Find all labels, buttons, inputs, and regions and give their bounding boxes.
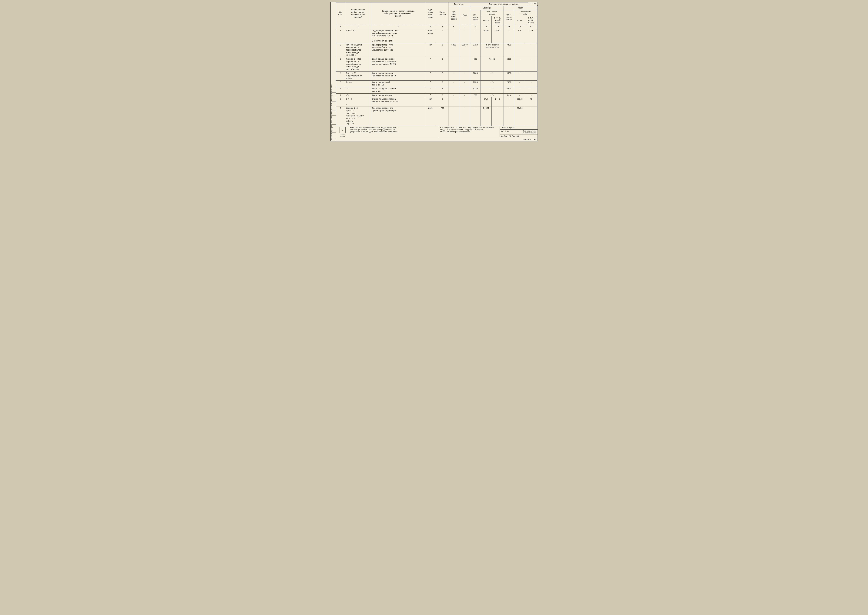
row5-s3: I950: [504, 81, 514, 87]
footer-city: Москва: [340, 135, 345, 137]
row6-ref: -"-: [345, 87, 371, 94]
table-row: 5 То же Шкаф секционныйтипа ШН-10 " I - …: [336, 81, 537, 87]
row3-s12: То же: [481, 57, 504, 72]
header-oborud-unit: Обо-рудо-вания: [470, 10, 481, 25]
row1-s1: 364x2: [481, 29, 492, 43]
row2-w2: I0640: [459, 43, 470, 57]
col-num-3: 3: [371, 25, 425, 29]
row2-s4: -: [514, 43, 525, 57]
header-montazh-unit: Монтажныхработ: [481, 10, 504, 16]
row7-w3: I20: [470, 94, 481, 97]
row7-w2: -: [459, 94, 470, 97]
row7-s5: -: [525, 94, 537, 97]
footer-left-text: Комплектные трансформаторные подстанции …: [349, 126, 439, 138]
row5-s5: -: [525, 81, 537, 87]
row8-s2: 24,5: [492, 97, 504, 106]
row6-qty: 4: [436, 87, 448, 94]
row5-w2: -: [459, 81, 470, 87]
table-row: 3 Письмо № 6938Чирчикскоготрансформатор-…: [336, 57, 537, 72]
row1-qty: I: [436, 29, 448, 43]
page-corner: Ст. 39: [528, 2, 537, 5]
table-row: 2 Ном-ра изделийЧирчикскоготрансформатор…: [336, 43, 537, 57]
footer-changes: без изменений с изменениями: [522, 130, 537, 134]
row1-num: I: [336, 29, 345, 43]
row3-unit: ": [425, 57, 436, 72]
col-num-10: I0: [492, 25, 504, 29]
row5-num: 5: [336, 81, 345, 87]
header-col-qty: Коли-чество: [436, 2, 448, 25]
row9-ref: Ценник № 8прил. 3стр. 3I0Указания к ЕРЕР…: [345, 106, 371, 126]
row3-s4: -: [514, 57, 525, 72]
col-num-11: II: [504, 25, 514, 29]
row1-s2: I87x2: [492, 29, 504, 43]
row4-desc: Шкаф ввода низкогонапряжения типа ШН-8: [371, 72, 425, 81]
row5-ref: То же: [345, 81, 371, 87]
row7-desc: Шкаф сигнализации: [371, 94, 425, 97]
table-row: 6 -"- Шкаф отходящих линийтипа ШН-2 " 4 …: [336, 87, 537, 94]
row9-w3: -: [470, 106, 481, 126]
row1-w1: -: [448, 29, 459, 43]
row8-num: 8: [336, 97, 345, 106]
row6-num: 6: [336, 87, 345, 94]
header-montazh-total-zarpl: в т.ч.зараб.плата: [525, 16, 537, 25]
row2-num: 2: [336, 43, 345, 57]
row2-ref: Ном-ра изделийЧирчикскоготрансформатор-н…: [345, 43, 371, 57]
header-weight-total: Общий: [459, 6, 470, 25]
header-oborud-total: 'Обо-рудо-вания: [504, 10, 514, 25]
row5-qty: I: [436, 81, 448, 87]
row3-s3: I390: [504, 57, 514, 72]
row3-w3: 695: [470, 57, 481, 72]
row4-s5: -: [525, 72, 537, 81]
row4-w3: 2230: [470, 72, 481, 81]
stamp-rukovodil: Руководил: [331, 93, 336, 102]
row8-s5: 49: [525, 97, 537, 106]
row3-qty: 2: [436, 57, 448, 72]
table-row: 7 -"- Шкаф сигнализации " 2 - - I20 -"- …: [336, 94, 537, 97]
row6-s12: -"-: [481, 87, 504, 94]
row5-unit: ": [425, 81, 436, 87]
row1-s5: 374: [525, 29, 537, 43]
left-stamp-column: Начальник Руководил Юбан ФиД. Дата Начис…: [331, 2, 336, 141]
row3-s5: -: [525, 57, 537, 72]
row1-unit: комп-лект: [425, 29, 436, 43]
row5-s12: -"-: [481, 81, 504, 87]
row4-ref: Доп. № IIк прейскурантуI5-03: [345, 72, 371, 81]
row5-s4: -: [514, 81, 525, 87]
row9-desc: Электроэнергия длясушки трансформатора: [371, 106, 425, 126]
col-num-8: 8: [470, 25, 481, 29]
header-montazh-unit-zarpl: в т.ч.зараб.плата: [492, 16, 504, 25]
col-num-4: 4: [425, 25, 436, 29]
row8-s4: I09,8: [514, 97, 525, 106]
logo-box: ⬡: [340, 127, 346, 133]
footer-album: Альбом I9 Лист38: [500, 134, 537, 138]
row9-s3: -: [504, 106, 514, 126]
header-montazh-total-vsego: всего: [514, 16, 525, 25]
header-cost-main: Сметная стоимость в рублях: [470, 2, 537, 6]
row2-s5: -: [525, 43, 537, 57]
row6-unit: ": [425, 87, 436, 94]
row2-w3: 3710: [470, 43, 481, 57]
footer-right: Типовой проект 407-3-I3 без изменений с …: [500, 126, 537, 138]
row8-ref: 8-743·: [345, 97, 371, 106]
row3-w2: -: [459, 57, 470, 72]
row8-desc: Сушка трансформаторавесом с маслом до 6 …: [371, 97, 425, 106]
row4-qty: 2: [436, 72, 448, 81]
row4-w2: -: [459, 72, 470, 81]
row2-unit: шт: [425, 43, 436, 57]
row9-num: 9: [336, 106, 345, 126]
table-row: 4 Доп. № IIк прейскурантуI5-03 Шкаф ввод…: [336, 72, 537, 81]
page: Ст. 39 Начальник Руководил Юбан ФиД. Дат…: [330, 2, 538, 141]
row3-ref: Письмо № 6938Чирчикскоготрансформатор-но…: [345, 57, 371, 72]
row5-w3: I950: [470, 81, 481, 87]
footer-bar: ⬡ 1965 Москва Комплектные трансформаторн…: [336, 126, 537, 138]
row7-qty: 2: [436, 94, 448, 97]
row3-desc: Шкаф ввода высокогонапряжения с выключа-…: [371, 57, 425, 72]
row5-desc: Шкаф секционныйтипа ШН-10: [371, 81, 425, 87]
table-row: I 8-887 К=2 Подстанция комплектнаятрансф…: [336, 29, 537, 43]
row1-s3: -: [504, 29, 514, 43]
row7-s3: 240: [504, 94, 514, 97]
table-row: 9 Ценник № 8прил. 3стр. 3I0Указания к ЕР…: [336, 106, 537, 126]
main-table: №№П.П. Наименованиепрейскуранта,ценника …: [336, 2, 537, 126]
stamp-vypolnil: Выполнил: [331, 133, 336, 141]
row7-w1: -: [448, 94, 459, 97]
